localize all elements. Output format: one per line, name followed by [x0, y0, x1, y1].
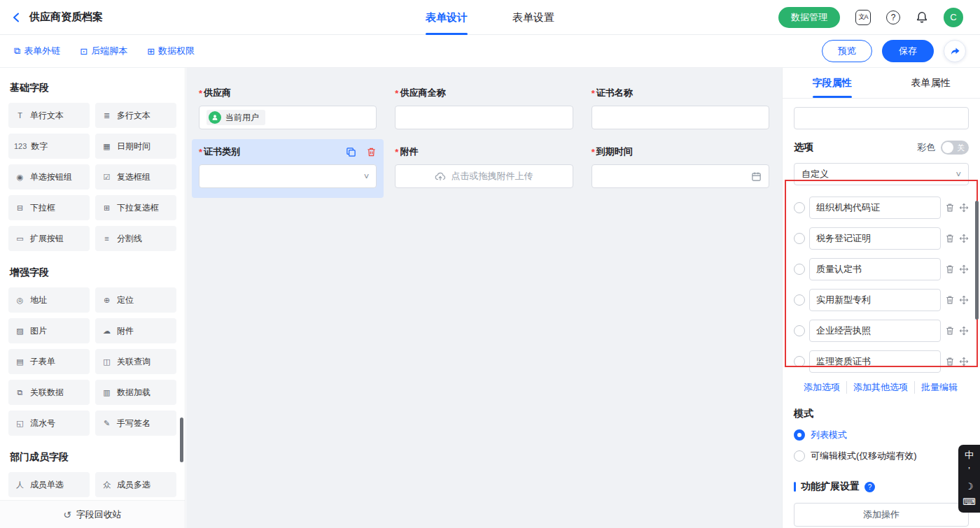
delete-option-icon[interactable]	[945, 203, 955, 213]
option-radio[interactable]	[794, 202, 805, 213]
option-action-link[interactable]: 批量编辑	[914, 381, 958, 394]
delete-field-icon[interactable]	[366, 147, 377, 157]
field-type-item[interactable]: ✎ 手写签名	[95, 411, 176, 436]
expire-date-input[interactable]	[592, 164, 769, 188]
extension-help-icon[interactable]: ?	[864, 482, 875, 492]
field-type-item[interactable]: ◱ 流水号	[8, 411, 90, 436]
ime-item[interactable]: ’	[968, 465, 970, 476]
option-radio[interactable]	[794, 264, 805, 275]
add-action-button[interactable]: 添加操作	[794, 503, 969, 527]
field-type-item[interactable]: ◫ 关联查询	[95, 349, 176, 374]
notification-bell-icon[interactable]	[916, 11, 928, 24]
move-option-icon[interactable]	[959, 295, 969, 305]
option-text-input[interactable]	[809, 350, 941, 373]
option-action-link[interactable]: 添加其他选项	[846, 381, 908, 394]
field-recycle-bin[interactable]: ↺ 字段回收站	[0, 500, 185, 528]
move-option-icon[interactable]	[959, 203, 969, 213]
share-button[interactable]	[944, 40, 966, 62]
field-title-input[interactable]	[794, 107, 969, 129]
field-type-item[interactable]: 人 成员单选	[8, 472, 90, 497]
field-type-item[interactable]: ☑ 复选框组	[95, 164, 176, 190]
tab-form-properties[interactable]: 表单属性	[881, 68, 980, 98]
toolbar-link[interactable]: ⧉ 表单外链	[14, 45, 60, 57]
field-type-item[interactable]: ▦ 日期时间	[95, 134, 176, 159]
option-text-input[interactable]	[809, 227, 941, 250]
delete-option-icon[interactable]	[945, 234, 955, 243]
field-type-item[interactable]: ☁ 附件	[95, 318, 176, 343]
field-cert-type[interactable]: * 证书类别 ˅	[192, 139, 384, 198]
toolbar-link[interactable]: ⊞ 数据权限	[147, 45, 195, 57]
cert-type-select[interactable]: ˅	[199, 164, 377, 188]
tab-form-design[interactable]: 表单设计	[426, 0, 468, 35]
move-option-icon[interactable]	[959, 234, 969, 243]
field-type-item[interactable]: ≡ 分割线	[95, 226, 176, 251]
delete-option-icon[interactable]	[945, 357, 955, 366]
field-type-item[interactable]: 123 数字	[8, 134, 90, 159]
option-radio[interactable]	[794, 233, 805, 244]
field-type-label: 地址	[30, 294, 47, 306]
field-supplier-full[interactable]: * 供应商全称	[388, 80, 580, 139]
delete-option-icon[interactable]	[945, 326, 955, 336]
field-type-item[interactable]: T 单行文本	[8, 103, 90, 128]
delete-option-icon[interactable]	[945, 295, 955, 305]
help-icon[interactable]: ?	[886, 10, 900, 24]
option-radio[interactable]	[794, 356, 805, 367]
toolbar-link[interactable]: ⊡ 后端脚本	[80, 45, 127, 57]
field-expire-date[interactable]: * 到期时间	[584, 139, 776, 198]
field-type-item[interactable]: ◎ 地址	[8, 287, 90, 313]
tab-field-properties[interactable]: 字段属性	[783, 68, 881, 98]
attachment-upload-dropzone[interactable]: 点击或拖拽附件上传	[395, 164, 573, 188]
option-text-input[interactable]	[809, 197, 941, 219]
field-type-item[interactable]: ▤ 子表单	[8, 349, 90, 374]
option-source-select[interactable]: 自定义 ˅	[794, 163, 969, 185]
field-supplier[interactable]: * 供应商 当前用户	[192, 80, 384, 139]
back-nav[interactable]: 供应商资质档案	[0, 10, 103, 24]
field-type-item[interactable]: ◉ 单选按钮组	[8, 164, 90, 190]
cert-name-input[interactable]	[592, 106, 769, 129]
option-text-input[interactable]	[809, 289, 941, 311]
field-type-item[interactable]: ⊕ 定位	[95, 287, 176, 313]
option-radio[interactable]	[794, 294, 805, 306]
input-method-widget[interactable]: 中 ’ ☽ ⌨	[958, 445, 980, 513]
mode-option-editable[interactable]: 可编辑模式(仅移动端有效)	[794, 450, 969, 462]
move-option-icon[interactable]	[959, 264, 969, 274]
tab-form-settings-label: 表单设置	[512, 11, 554, 24]
current-user-tag[interactable]: 当前用户	[206, 110, 265, 125]
field-type-item[interactable]: ▨ 图片	[8, 318, 90, 343]
option-action-link[interactable]: 添加选项	[804, 381, 840, 394]
tab-form-settings[interactable]: 表单设置	[512, 0, 554, 35]
mode-radio-selected[interactable]	[794, 429, 805, 441]
supplier-full-input[interactable]	[395, 106, 573, 129]
field-cert-name[interactable]: * 证书名称	[584, 80, 776, 139]
field-type-item[interactable]: ≣ 多行文本	[95, 103, 176, 128]
supplier-input[interactable]: 当前用户	[199, 106, 377, 129]
field-type-item[interactable]: ⊞ 下拉复选框	[95, 195, 176, 220]
current-user-tag-label: 当前用户	[225, 112, 259, 124]
option-text-input[interactable]	[809, 320, 941, 342]
mode-radio-editable[interactable]	[794, 450, 805, 462]
field-type-item[interactable]: ▥ 数据加载	[95, 380, 176, 405]
language-icon[interactable]: 文A	[855, 10, 871, 25]
panel-scrollbar-thumb[interactable]	[975, 201, 979, 320]
data-manage-button[interactable]: 数据管理	[778, 7, 840, 28]
move-option-icon[interactable]	[959, 326, 969, 336]
color-toggle[interactable]: 关	[941, 141, 969, 155]
field-type-item[interactable]: ▭ 扩展按钮	[8, 226, 90, 251]
user-avatar[interactable]: C	[944, 8, 963, 27]
save-button[interactable]: 保存	[882, 40, 934, 62]
preview-button[interactable]: 预览	[822, 40, 872, 62]
option-text-input[interactable]	[809, 258, 941, 280]
field-type-item[interactable]: ⧉ 关联数据	[8, 380, 90, 405]
sidebar-scrollbar-thumb[interactable]	[180, 418, 183, 462]
field-type-item[interactable]: ⊟ 下拉框	[8, 195, 90, 220]
field-type-item[interactable]: 众 成员多选	[95, 472, 176, 497]
ime-item[interactable]: ⌨	[962, 497, 976, 508]
copy-field-icon[interactable]	[346, 147, 356, 157]
mode-option-list[interactable]: 列表模式	[794, 429, 969, 441]
ime-item[interactable]: ☽	[965, 481, 974, 492]
field-attachment[interactable]: * 附件 点击或拖拽附件上传	[388, 139, 580, 198]
ime-item[interactable]: 中	[965, 450, 974, 461]
option-radio[interactable]	[794, 325, 805, 336]
move-option-icon[interactable]	[959, 357, 969, 366]
delete-option-icon[interactable]	[945, 264, 955, 274]
